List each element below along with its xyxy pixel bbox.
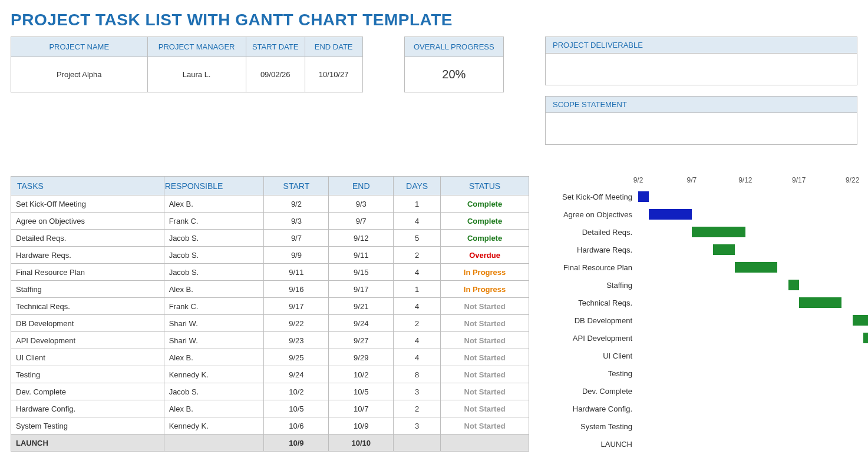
task-end[interactable]: 10/10 [329, 435, 394, 452]
task-start[interactable]: 9/16 [264, 281, 329, 298]
table-row[interactable]: TestingKennedy K.9/2410/28Not Started [11, 366, 529, 383]
task-end[interactable]: 10/2 [329, 366, 394, 383]
task-end[interactable]: 9/15 [329, 264, 394, 281]
task-days[interactable]: 5 [394, 230, 441, 247]
task-start[interactable]: 9/22 [264, 315, 329, 332]
task-days[interactable]: 4 [394, 349, 441, 366]
table-row[interactable]: Dev. CompleteJacob S.10/210/53Not Starte… [11, 383, 529, 400]
task-start[interactable]: 9/25 [264, 349, 329, 366]
task-days[interactable]: 4 [394, 264, 441, 281]
task-start[interactable]: 9/3 [264, 213, 329, 230]
task-end[interactable]: 9/3 [329, 195, 394, 213]
task-resp[interactable]: Shari W. [164, 315, 264, 332]
task-resp[interactable]: Jacob S. [164, 383, 264, 400]
task-days[interactable]: 2 [394, 247, 441, 264]
task-start[interactable]: 9/17 [264, 298, 329, 315]
task-status[interactable]: Not Started [441, 400, 529, 417]
task-resp[interactable]: Alex B. [164, 195, 264, 213]
task-days[interactable]: 3 [394, 417, 441, 435]
table-row[interactable]: Hardware Reqs.Jacob S.9/99/112Overdue [11, 247, 529, 264]
task-resp[interactable] [164, 435, 264, 452]
task-status[interactable]: In Progress [441, 281, 529, 298]
task-status[interactable]: Complete [441, 230, 529, 247]
task-end[interactable]: 9/12 [329, 230, 394, 247]
task-end[interactable]: 9/7 [329, 213, 394, 230]
table-row[interactable]: Hardware Config.Alex B.10/510/72Not Star… [11, 400, 529, 417]
task-name[interactable]: Hardware Reqs. [11, 247, 164, 264]
table-row[interactable]: Set Kick-Off MeetingAlex B.9/29/31Comple… [11, 195, 529, 213]
task-resp[interactable]: Shari W. [164, 332, 264, 349]
task-end[interactable]: 10/9 [329, 417, 394, 435]
task-resp[interactable]: Jacob S. [164, 230, 264, 247]
table-row[interactable]: UI ClientAlex B.9/259/294Not Started [11, 349, 529, 366]
task-status[interactable]: Not Started [441, 366, 529, 383]
task-name[interactable]: Staffing [11, 281, 164, 298]
task-days[interactable]: 4 [394, 213, 441, 230]
task-days[interactable]: 1 [394, 281, 441, 298]
task-name[interactable]: Detailed Reqs. [11, 230, 164, 247]
task-start[interactable]: 9/9 [264, 247, 329, 264]
table-row[interactable]: StaffingAlex B.9/169/171In Progress [11, 281, 529, 298]
task-status[interactable]: Not Started [441, 298, 529, 315]
task-end[interactable]: 9/29 [329, 349, 394, 366]
task-name[interactable]: Testing [11, 366, 164, 383]
task-resp[interactable]: Frank C. [164, 213, 264, 230]
task-name[interactable]: DB Development [11, 315, 164, 332]
task-name[interactable]: System Testing [11, 417, 164, 435]
task-status[interactable]: Complete [441, 213, 529, 230]
table-row[interactable]: Detailed Reqs.Jacob S.9/79/125Complete [11, 230, 529, 247]
task-name[interactable]: LAUNCH [11, 435, 164, 452]
task-start[interactable]: 9/2 [264, 195, 329, 213]
task-start[interactable]: 10/9 [264, 435, 329, 452]
task-days[interactable]: 3 [394, 383, 441, 400]
task-days[interactable]: 1 [394, 195, 441, 213]
task-resp[interactable]: Jacob S. [164, 247, 264, 264]
table-row[interactable]: Final Resource PlanJacob S.9/119/154In P… [11, 264, 529, 281]
scope-value[interactable] [545, 112, 857, 145]
val-project-name[interactable]: Project Alpha [11, 57, 148, 92]
task-end[interactable]: 9/27 [329, 332, 394, 349]
task-name[interactable]: Technical Reqs. [11, 298, 164, 315]
table-row[interactable]: System TestingKennedy K.10/610/93Not Sta… [11, 417, 529, 435]
task-name[interactable]: Agree on Objectives [11, 213, 164, 230]
task-end[interactable]: 9/21 [329, 298, 394, 315]
task-status[interactable]: Complete [441, 195, 529, 213]
task-start[interactable]: 10/5 [264, 400, 329, 417]
task-resp[interactable]: Frank C. [164, 298, 264, 315]
task-days[interactable]: 4 [394, 298, 441, 315]
task-name[interactable]: UI Client [11, 349, 164, 366]
task-name[interactable]: Set Kick-Off Meeting [11, 195, 164, 213]
task-status[interactable]: In Progress [441, 264, 529, 281]
task-name[interactable]: Dev. Complete [11, 383, 164, 400]
task-status[interactable]: Not Started [441, 417, 529, 435]
task-status[interactable]: Not Started [441, 383, 529, 400]
task-status[interactable]: Not Started [441, 349, 529, 366]
task-start[interactable]: 9/11 [264, 264, 329, 281]
task-name[interactable]: Final Resource Plan [11, 264, 164, 281]
val-project-mgr[interactable]: Laura L. [147, 57, 246, 92]
task-days[interactable] [394, 435, 441, 452]
task-start[interactable]: 9/7 [264, 230, 329, 247]
task-status[interactable] [441, 435, 529, 452]
task-status[interactable]: Overdue [441, 247, 529, 264]
task-name[interactable]: API Development [11, 332, 164, 349]
deliverable-value[interactable] [545, 53, 857, 85]
task-status[interactable]: Not Started [441, 332, 529, 349]
task-resp[interactable]: Kennedy K. [164, 366, 264, 383]
task-resp[interactable]: Alex B. [164, 281, 264, 298]
task-name[interactable]: Hardware Config. [11, 400, 164, 417]
task-start[interactable]: 10/2 [264, 383, 329, 400]
task-end[interactable]: 9/24 [329, 315, 394, 332]
task-end[interactable]: 9/11 [329, 247, 394, 264]
table-row[interactable]: Technical Reqs.Frank C.9/179/214Not Star… [11, 298, 529, 315]
table-row[interactable]: API DevelopmentShari W.9/239/274Not Star… [11, 332, 529, 349]
task-resp[interactable]: Alex B. [164, 349, 264, 366]
task-start[interactable]: 10/6 [264, 417, 329, 435]
task-resp[interactable]: Kennedy K. [164, 417, 264, 435]
task-resp[interactable]: Jacob S. [164, 264, 264, 281]
task-status[interactable]: Not Started [441, 315, 529, 332]
task-start[interactable]: 9/23 [264, 332, 329, 349]
task-resp[interactable]: Alex B. [164, 400, 264, 417]
table-row[interactable]: Agree on ObjectivesFrank C.9/39/74Comple… [11, 213, 529, 230]
table-row[interactable]: LAUNCH10/910/10 [11, 435, 529, 452]
